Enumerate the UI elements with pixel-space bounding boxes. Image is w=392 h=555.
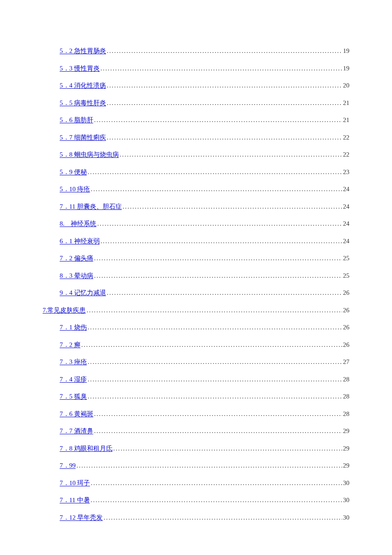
toc-page-number: 30 — [343, 496, 349, 505]
toc-entry: 6．1 神经衰弱24 — [43, 237, 349, 246]
toc-entry: 7．5 狐臭28 — [43, 392, 349, 401]
toc-leader-dots — [88, 392, 342, 401]
toc-page-number: 26 — [343, 306, 349, 315]
toc-entry-link[interactable]: 5．3 慢性胃炎 — [60, 64, 100, 73]
toc-entry-link[interactable]: 7．1 烧伤 — [60, 323, 87, 332]
toc-leader-dots — [88, 323, 342, 332]
toc-leader-dots — [88, 375, 342, 384]
toc-page-number: 23 — [343, 168, 349, 177]
toc-entry: 5．6 脂肪肝21 — [43, 116, 349, 125]
toc-entry: 5．9 便秘23 — [43, 168, 349, 177]
toc-entry: 9．4 记忆力减退26 — [43, 289, 349, 297]
toc-leader-dots — [94, 272, 342, 280]
toc-leader-dots — [86, 306, 342, 315]
toc-entry: 7.常见皮肤疾患26 — [43, 306, 349, 315]
toc-page-number: 22 — [343, 151, 349, 159]
toc-entry: 7．11 胆囊炎、胆石症24 — [43, 203, 349, 211]
toc-leader-dots — [77, 462, 343, 470]
toc-page-number: 30 — [343, 514, 349, 522]
toc-entry: 5．10 痔疮24 — [43, 185, 349, 194]
toc-page-number: 29 — [343, 445, 349, 453]
toc-entry-link[interactable]: 5．6 脂肪肝 — [60, 116, 93, 125]
toc-entry: 5．7 细菌性痢疾22 — [43, 134, 349, 142]
toc-entry: 7．6 黄褐斑28 — [43, 410, 349, 418]
toc-entry: 5．2 急性胃肠炎19 — [43, 47, 349, 55]
toc-leader-dots — [91, 479, 342, 488]
document-page: 5．2 急性胃肠炎195．3 慢性胃炎195．4 消化性溃疡205．5 病毒性肝… — [0, 0, 392, 555]
toc-entry: 5．3 慢性胃炎19 — [43, 64, 349, 73]
toc-leader-dots — [91, 496, 342, 505]
toc-entry-link[interactable]: 5．9 便秘 — [60, 168, 87, 177]
toc-page-number: 24 — [343, 220, 349, 228]
toc-leader-dots — [120, 151, 342, 159]
toc-page-number: 24 — [343, 237, 349, 246]
toc-entry-link[interactable]: 5．5 病毒性肝炎 — [60, 99, 106, 108]
toc-leader-dots — [107, 47, 342, 55]
toc-leader-dots — [94, 254, 342, 263]
toc-entry: 7．7 酒渣鼻29 — [43, 427, 349, 436]
toc-entry-link[interactable]: 6．1 神经衰弱 — [60, 237, 100, 246]
toc-leader-dots — [97, 220, 342, 228]
toc-page-number: 21 — [343, 116, 349, 125]
toc-entry-link[interactable]: 7．12 早年秃发 — [60, 514, 103, 522]
toc-entry: 7．3 痤疮27 — [43, 358, 349, 366]
toc-entry: 7．11 中暑30 — [43, 496, 349, 505]
toc-page-number: 27 — [343, 358, 349, 366]
toc-page-number: 30 — [343, 479, 349, 488]
toc-entry-link[interactable]: 5．10 痔疮 — [60, 185, 90, 194]
toc-entry-link[interactable]: 5．2 急性胃肠炎 — [60, 47, 106, 55]
toc-leader-dots — [94, 116, 342, 125]
toc-page-number: 25 — [343, 272, 349, 280]
toc-entry-link[interactable]: 7．4 湿疹 — [60, 375, 87, 384]
toc-entry-link[interactable]: 7．3 痤疮 — [60, 358, 87, 366]
toc-page-number: 28 — [343, 410, 349, 418]
toc-page-number: 19 — [343, 47, 349, 55]
toc-page-number: 20 — [343, 81, 349, 90]
toc-leader-dots — [107, 134, 342, 142]
toc-entry: 7．10 珥子30 — [43, 479, 349, 488]
toc-entry: 7．2 癣26 — [43, 341, 349, 349]
toc-entry-link[interactable]: 7．99 — [60, 462, 76, 470]
toc-page-number: 24 — [343, 185, 349, 194]
toc-entry-link[interactable]: 5．7 细菌性痢疾 — [60, 134, 106, 142]
toc-entry-link[interactable]: 8．3 晕动病 — [60, 272, 93, 280]
toc-entry-link[interactable]: 7．6 黄褐斑 — [60, 410, 93, 418]
toc-entry-link[interactable]: 7．7 酒渣鼻 — [60, 427, 93, 436]
toc-entry-link[interactable]: 7．8 鸡眼和租月氐 — [60, 445, 112, 453]
toc-entry-link[interactable]: 7．11 胆囊炎、胆石症 — [60, 203, 122, 211]
toc-leader-dots — [101, 64, 342, 73]
toc-entry: 7．4 湿疹28 — [43, 375, 349, 384]
toc-entry-link[interactable]: 8. 神经系统 — [60, 220, 96, 228]
toc-page-number: 29 — [343, 462, 349, 470]
toc-entry: 7．8 鸡眼和租月氐29 — [43, 445, 349, 453]
toc-leader-dots — [94, 410, 342, 418]
toc-entry: 7．1 烧伤26 — [43, 323, 349, 332]
toc-entry: 7．2 偏头痛25 — [43, 254, 349, 263]
toc-leader-dots — [113, 445, 342, 453]
toc-page-number: 19 — [343, 64, 349, 73]
toc-page-number: 26 — [343, 341, 349, 349]
toc-entry: 5．8 蛔虫病与烧虫病22 — [43, 151, 349, 159]
toc-entry-link[interactable]: 9．4 记忆力减退 — [60, 289, 106, 297]
toc-page-number: 24 — [343, 203, 349, 211]
toc-leader-dots — [94, 427, 342, 436]
toc-leader-dots — [107, 81, 342, 90]
toc-entry: 8．3 晕动病25 — [43, 272, 349, 280]
toc-leader-dots — [88, 358, 342, 366]
toc-entry-link[interactable]: 5．8 蛔虫病与烧虫病 — [60, 151, 119, 159]
table-of-contents: 5．2 急性胃肠炎195．3 慢性胃炎195．4 消化性溃疡205．5 病毒性肝… — [43, 47, 349, 522]
toc-entry: 5．4 消化性溃疡20 — [43, 81, 349, 90]
toc-entry-link[interactable]: 7．5 狐臭 — [60, 392, 87, 401]
toc-entry-link[interactable]: 7.常见皮肤疾患 — [43, 306, 86, 315]
toc-entry-link[interactable]: 7．11 中暑 — [60, 496, 90, 505]
toc-entry-link[interactable]: 7．2 偏头痛 — [60, 254, 93, 263]
toc-entry-link[interactable]: 7．10 珥子 — [60, 479, 90, 488]
toc-entry-link[interactable]: 7．2 癣 — [60, 341, 81, 349]
toc-page-number: 21 — [343, 99, 349, 108]
toc-page-number: 26 — [343, 289, 349, 297]
toc-page-number: 26 — [343, 323, 349, 332]
toc-leader-dots — [107, 99, 342, 108]
toc-entry-link[interactable]: 5．4 消化性溃疡 — [60, 81, 106, 90]
toc-page-number: 29 — [343, 427, 349, 436]
toc-page-number: 22 — [343, 134, 349, 142]
